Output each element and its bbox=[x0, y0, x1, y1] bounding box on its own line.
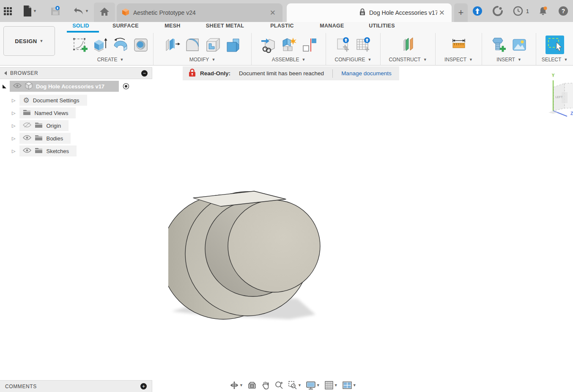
new-tab-icon[interactable]: + bbox=[454, 3, 468, 22]
view-cube[interactable]: LEFT FRONT Y Z bbox=[548, 72, 573, 118]
root-component-label[interactable]: Dog Hole Accessories v17 bbox=[36, 83, 115, 90]
comments-panel: COMMENTS + bbox=[0, 380, 152, 392]
expander-icon[interactable]: ▷ bbox=[12, 123, 15, 129]
job-status-icon[interactable] bbox=[491, 4, 504, 18]
item-label[interactable]: Sketches bbox=[46, 148, 73, 154]
group-label-create[interactable]: CREATE▼ bbox=[97, 57, 124, 63]
notification-bell-icon[interactable] bbox=[537, 4, 549, 18]
banner-divider bbox=[332, 69, 333, 78]
document-tab-aesthetic-prototype[interactable]: Aesthetic Prototype v24 ✕ bbox=[117, 3, 282, 22]
group-insert: INSERT▼ bbox=[482, 33, 536, 66]
orbit-icon[interactable]: ▼ bbox=[228, 380, 244, 391]
browser-item-sketches[interactable]: ▷ Sketches bbox=[12, 145, 77, 156]
tab-mesh[interactable]: MESH bbox=[159, 23, 186, 32]
read-only-banner: Read-Only: Document limit has been reach… bbox=[183, 66, 399, 80]
help-icon[interactable]: ? bbox=[557, 4, 570, 18]
group-label-insert[interactable]: INSERT▼ bbox=[496, 57, 521, 63]
top-app-bar: ▼ ▼ ▼ Aesthe bbox=[0, 0, 573, 22]
viewports-icon[interactable]: ▼ bbox=[341, 380, 358, 390]
browser-item-document-settings[interactable]: ▷ ⚙ Document Settings bbox=[12, 95, 87, 106]
workspace-selector[interactable]: DESIGN ▼ bbox=[3, 26, 55, 56]
group-label-construct[interactable]: CONSTRUCT▼ bbox=[389, 57, 427, 63]
document-tab-dog-hole-accessories[interactable]: Dog Hole Accessories v17 ✕ bbox=[287, 3, 452, 22]
browser-item-origin[interactable]: ▷ Origin bbox=[12, 120, 69, 131]
close-icon[interactable]: ✕ bbox=[268, 8, 277, 17]
group-label-configure[interactable]: CONFIGURE▼ bbox=[335, 57, 372, 63]
expander-icon[interactable]: ▷ bbox=[12, 148, 15, 154]
group-construct: CONSTRUCT▼ bbox=[381, 33, 436, 66]
ribbon-toolbar: SOLID SURFACE MESH SHEET METAL PLASTIC M… bbox=[0, 22, 573, 66]
display-settings-icon[interactable]: ▼ bbox=[304, 380, 321, 391]
new-component-icon[interactable] bbox=[279, 34, 299, 56]
group-label-select[interactable]: SELECT▼ bbox=[542, 57, 568, 63]
construction-plane-icon[interactable] bbox=[398, 34, 418, 56]
folder-icon bbox=[23, 109, 31, 117]
configuration-table-icon[interactable] bbox=[354, 34, 373, 56]
pan-hand-icon[interactable] bbox=[260, 380, 271, 391]
model-body[interactable] bbox=[168, 189, 321, 325]
navigation-toolbar: ▼ ▼ bbox=[228, 379, 358, 391]
press-pull-icon[interactable] bbox=[162, 34, 182, 56]
insert-derive-icon[interactable] bbox=[259, 34, 278, 56]
visibility-eye-icon[interactable] bbox=[13, 82, 22, 90]
model-viewport[interactable]: Read-Only: Document limit has been reach… bbox=[0, 66, 573, 392]
combine-icon[interactable] bbox=[223, 34, 243, 56]
collapse-panel-icon[interactable] bbox=[4, 71, 7, 75]
y-axis-label: Y bbox=[552, 73, 555, 78]
select-icon[interactable] bbox=[545, 34, 565, 56]
revolve-icon[interactable] bbox=[111, 34, 130, 56]
expander-icon[interactable]: ▷ bbox=[12, 136, 15, 141]
file-menu-icon[interactable]: ▼ bbox=[22, 4, 38, 18]
undo-icon[interactable]: ▼ bbox=[72, 5, 90, 17]
tab-sheet-metal[interactable]: SHEET METAL bbox=[203, 23, 247, 32]
item-label[interactable]: Named Views bbox=[34, 110, 72, 116]
visibility-eye-icon[interactable] bbox=[23, 147, 31, 155]
expander-icon[interactable]: ▷ bbox=[12, 98, 15, 103]
add-comment-icon[interactable]: + bbox=[140, 383, 147, 389]
group-label-assemble[interactable]: ASSEMBLE▼ bbox=[272, 57, 306, 63]
orange-cube-icon bbox=[122, 8, 129, 18]
group-label-inspect[interactable]: INSPECT▼ bbox=[444, 57, 473, 63]
tab-plastic[interactable]: PLASTIC bbox=[266, 23, 298, 32]
extensions-icon[interactable] bbox=[471, 4, 484, 18]
extrude-icon[interactable] bbox=[90, 34, 110, 56]
tab-utilities[interactable]: UTILITIES bbox=[365, 23, 399, 32]
app-grid-icon[interactable] bbox=[3, 5, 13, 17]
item-label[interactable]: Document Settings bbox=[33, 97, 84, 104]
shell-icon[interactable] bbox=[203, 34, 222, 56]
hole-icon[interactable] bbox=[131, 34, 151, 56]
fillet-icon[interactable] bbox=[183, 34, 202, 56]
clock-icon[interactable] bbox=[512, 4, 524, 18]
browser-item-bodies[interactable]: ▷ Bodies bbox=[12, 133, 71, 144]
visibility-eye-icon[interactable] bbox=[23, 134, 31, 142]
close-icon[interactable]: ✕ bbox=[437, 8, 447, 17]
group-label-modify[interactable]: MODIFY▼ bbox=[189, 57, 216, 63]
browser-root-row[interactable]: Dog Hole Accessories v17 bbox=[3, 81, 131, 92]
look-at-icon[interactable] bbox=[246, 380, 258, 390]
canvas-icon[interactable] bbox=[510, 34, 529, 56]
joint-icon[interactable] bbox=[299, 34, 319, 56]
tab-surface[interactable]: SURFACE bbox=[109, 23, 143, 32]
viewcube-left-label: LEFT bbox=[555, 96, 563, 99]
create-sketch-icon[interactable] bbox=[70, 34, 90, 56]
fit-zoom-icon[interactable]: ▼ bbox=[287, 380, 303, 391]
browser-item-named-views[interactable]: ▷ Named Views bbox=[12, 107, 76, 118]
home-button[interactable] bbox=[94, 3, 115, 22]
measure-icon[interactable] bbox=[449, 34, 469, 56]
activate-component-radio[interactable] bbox=[121, 82, 131, 91]
insert-fastener-icon[interactable] bbox=[489, 34, 509, 56]
banner-title: Read-Only: bbox=[200, 70, 230, 77]
expand-collapse-icon[interactable] bbox=[3, 85, 6, 88]
item-label[interactable]: Origin bbox=[46, 123, 65, 129]
visibility-off-eye-icon[interactable] bbox=[23, 122, 31, 130]
expander-icon[interactable]: ▷ bbox=[12, 110, 15, 116]
configuration-icon[interactable] bbox=[333, 34, 353, 56]
manage-documents-link[interactable]: Manage documents bbox=[341, 70, 393, 77]
zoom-icon[interactable] bbox=[273, 380, 285, 391]
minimize-browser-icon[interactable]: − bbox=[141, 70, 148, 77]
tab-manage[interactable]: MANAGE bbox=[317, 23, 347, 32]
save-icon[interactable] bbox=[49, 4, 62, 18]
grid-settings-icon[interactable]: ▼ bbox=[323, 380, 339, 391]
item-label[interactable]: Bodies bbox=[46, 135, 67, 142]
group-inspect: INSPECT▼ bbox=[436, 33, 482, 66]
